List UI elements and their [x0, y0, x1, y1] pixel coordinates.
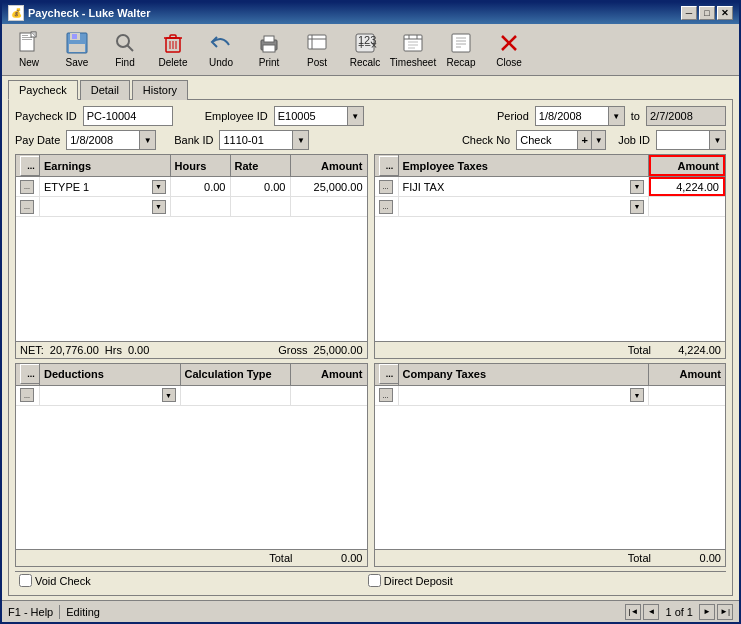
bank-id-dropdown[interactable]: ▼ [219, 130, 309, 150]
bank-id-arrow[interactable]: ▼ [292, 131, 308, 149]
earnings-nav-btn[interactable]: ... [20, 156, 40, 176]
earnings-row1-amount[interactable]: 25,000.00 [291, 177, 367, 196]
deductions-amount-col-header: Amount [291, 364, 367, 385]
employee-id-label: Employee ID [205, 110, 268, 122]
tax-row2-amount[interactable] [649, 197, 725, 216]
period-from-arrow[interactable]: ▼ [608, 107, 624, 125]
earnings-row2-arrow[interactable]: ▼ [152, 200, 166, 214]
nav-last-btn[interactable]: ►| [717, 604, 733, 620]
tax-row1-type[interactable]: FIJI TAX ▼ [399, 177, 650, 196]
close-button[interactable]: ✕ [717, 6, 733, 20]
deductions-row1-nav-btn[interactable]: ... [20, 388, 34, 402]
earnings-row1-rate[interactable]: 0.00 [231, 177, 291, 196]
paycheck-id-input[interactable] [83, 106, 173, 126]
company-tax-row1-amount[interactable] [649, 386, 725, 405]
calc-type-col-header: Calculation Type [181, 364, 291, 385]
earnings-row2-dropdown[interactable]: ▼ [44, 198, 166, 215]
svg-rect-3 [22, 39, 32, 40]
pay-date-arrow[interactable]: ▼ [139, 131, 155, 149]
nav-first-btn[interactable]: |◄ [625, 604, 641, 620]
job-id-input[interactable] [657, 133, 709, 147]
earnings-row2-amount[interactable] [291, 197, 367, 216]
close-button-toolbar[interactable]: Close [486, 27, 532, 73]
company-taxes-nav-btn[interactable]: ... [379, 364, 399, 384]
recap-button[interactable]: Recap [438, 27, 484, 73]
earnings-row2-hours[interactable] [171, 197, 231, 216]
undo-button[interactable]: Undo [198, 27, 244, 73]
earnings-row1-hours[interactable]: 0.00 [171, 177, 231, 196]
tax-row1-dropdown[interactable]: FIJI TAX ▼ [403, 178, 645, 195]
find-button[interactable]: Find [102, 27, 148, 73]
company-tax-row1-arrow[interactable]: ▼ [630, 388, 644, 402]
deductions-row1-type[interactable]: ▼ [40, 386, 181, 405]
tax-row1-arrow[interactable]: ▼ [630, 180, 644, 194]
delete-button[interactable]: Delete [150, 27, 196, 73]
tax-row2-dropdown[interactable]: ▼ [403, 198, 645, 215]
post-button[interactable]: Post [294, 27, 340, 73]
earnings-row2-type[interactable]: ▼ [40, 197, 171, 216]
tax-row2-nav-btn[interactable]: ... [379, 200, 393, 214]
window-title: Paycheck - Luke Walter [28, 7, 150, 19]
employee-id-dropdown[interactable]: ▼ [274, 106, 364, 126]
nav-prev-btn[interactable]: ◄ [643, 604, 659, 620]
period-from-input[interactable] [536, 109, 608, 123]
check-no-dropdown[interactable]: + ▼ [516, 130, 606, 150]
tax-row1-amount[interactable]: 4,224.00 [649, 177, 725, 196]
gross-value: 25,000.00 [314, 344, 363, 356]
company-tax-row1-dropdown[interactable]: ▼ [403, 387, 645, 404]
earnings-footer: NET: 20,776.00 Hrs 0.00 Gross 25,000.00 [16, 341, 367, 358]
timesheet-icon [401, 31, 425, 55]
tax-row1-nav-btn[interactable]: ... [379, 180, 393, 194]
tab-paycheck[interactable]: Paycheck [8, 80, 78, 100]
direct-deposit-checkbox[interactable] [368, 574, 381, 587]
close-icon [497, 31, 521, 55]
employee-id-arrow[interactable]: ▼ [347, 107, 363, 125]
deductions-row1-arrow[interactable]: ▼ [162, 388, 176, 402]
recalc-button[interactable]: 123 +−× Recalc [342, 27, 388, 73]
hours-col-header: Hours [171, 155, 231, 176]
new-button[interactable]: New [6, 27, 52, 73]
job-id-dropdown[interactable]: ▼ [656, 130, 726, 150]
employee-id-input[interactable] [275, 109, 347, 123]
earnings-row1-type[interactable]: ETYPE 1 ▼ [40, 177, 171, 196]
pay-date-input[interactable] [67, 133, 139, 147]
pay-date-dropdown[interactable]: ▼ [66, 130, 156, 150]
timesheet-button[interactable]: Timesheet [390, 27, 436, 73]
company-tax-row1-nav-btn[interactable]: ... [379, 388, 393, 402]
job-id-arrow[interactable]: ▼ [709, 131, 725, 149]
earnings-row1-nav-btn[interactable]: ... [20, 180, 34, 194]
minimize-button[interactable]: ─ [681, 6, 697, 20]
deductions-nav-btn[interactable]: ... [20, 364, 40, 384]
earnings-row2-rate[interactable] [231, 197, 291, 216]
bank-id-input[interactable] [220, 133, 292, 147]
tab-history[interactable]: History [132, 80, 188, 100]
earnings-row2-nav-btn[interactable]: ... [20, 200, 34, 214]
deductions-row1-amount[interactable] [291, 386, 367, 405]
earnings-grid-header: ... Earnings Hours Rate Amount [16, 155, 367, 177]
save-button[interactable]: Save [54, 27, 100, 73]
deductions-footer: Total 0.00 [16, 549, 367, 566]
void-check-checkbox[interactable] [19, 574, 32, 587]
tab-detail[interactable]: Detail [80, 80, 130, 100]
tax-row2-type[interactable]: ▼ [399, 197, 650, 216]
check-no-plus-btn[interactable]: + [577, 131, 591, 149]
earnings-row1-dropdown[interactable]: ETYPE 1 ▼ [44, 178, 166, 195]
nav-controls: |◄ ◄ 1 of 1 ► ►| [625, 604, 733, 620]
earnings-row1-arrow[interactable]: ▼ [152, 180, 166, 194]
svg-rect-8 [72, 34, 77, 39]
print-button[interactable]: Print [246, 27, 292, 73]
deductions-row-1: ... ▼ [16, 386, 367, 406]
company-tax-row1-type[interactable]: ▼ [399, 386, 650, 405]
employee-taxes-footer: Total 4,224.00 [375, 341, 726, 358]
earnings-grid-body: ... ETYPE 1 ▼ 0.00 0.00 [16, 177, 367, 341]
deductions-row1-dropdown[interactable]: ▼ [44, 387, 176, 404]
check-no-arrow[interactable]: ▼ [591, 131, 605, 149]
tax-row2-arrow[interactable]: ▼ [630, 200, 644, 214]
taxes-nav-btn[interactable]: ... [379, 156, 399, 176]
check-no-input[interactable] [517, 133, 577, 147]
nav-next-btn[interactable]: ► [699, 604, 715, 620]
maximize-button[interactable]: □ [699, 6, 715, 20]
recalc-label: Recalc [350, 57, 381, 68]
deductions-row1-calc-type[interactable] [181, 386, 291, 405]
period-from-dropdown[interactable]: ▼ [535, 106, 625, 126]
